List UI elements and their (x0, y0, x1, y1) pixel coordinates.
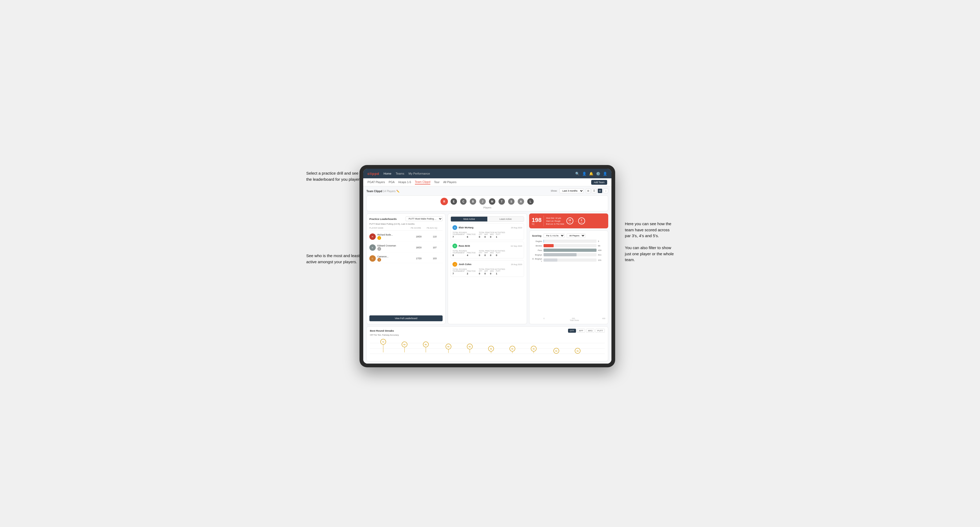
pac-app-josh: APP 0 (484, 270, 488, 275)
circle-val-2: 0 (581, 219, 582, 221)
list-view-icon[interactable]: ☰ (592, 189, 597, 193)
avatar-7[interactable]: S (508, 198, 515, 205)
bar-value-pars: 499 (598, 249, 605, 252)
shot-circles: 16 yds → 0 yds (566, 217, 585, 224)
lb-player-info-2: Edward Crossman 2 (377, 244, 396, 251)
avatar-1[interactable]: E (450, 198, 458, 205)
pac-app-blair: APP 0 (484, 233, 488, 238)
lb-avg-3: 103 (426, 257, 442, 260)
bar-fill-bogeys (544, 253, 577, 256)
circle-unit-2: yds (581, 221, 583, 223)
player-activity-rees: R Rees Britt 02 Sep 2023 Total Rounds (450, 242, 524, 259)
three-col-grid: Practice Leaderboards PUTT Must Make Put… (366, 213, 608, 324)
chart-view-icon[interactable]: ↕ (603, 189, 608, 193)
avatar-0[interactable]: R (441, 198, 448, 205)
avatar-4[interactable]: J (479, 198, 486, 205)
active-tabs: Most Active Least Active (450, 216, 524, 222)
nav-link-teams[interactable]: Teams (396, 172, 404, 175)
avatar-3[interactable]: B (469, 198, 477, 205)
shot-start-lie: Start Lie: Rough (546, 220, 564, 222)
streaks-tab-ott[interactable]: OTT (568, 329, 576, 333)
bar-row-dbogeys: D. Bogeys + 131 (532, 258, 605, 262)
subnav-pgat[interactable]: PGAT Players (368, 181, 385, 184)
lb-name-1: Richard Butle... (377, 233, 393, 236)
bell-icon[interactable]: 🔔 (589, 171, 593, 176)
lb-player-1: R Richard Butle... 1 (369, 233, 410, 240)
avatar-6[interactable]: T (498, 198, 506, 205)
avatar-5[interactable]: M (488, 198, 496, 205)
bar-track-pars (544, 249, 597, 252)
pac-header-blair: B Blair McHarg 26 Aug 2023 (452, 225, 522, 230)
bar-track-bogeys (544, 253, 597, 256)
avatar-9[interactable]: L (527, 198, 534, 205)
avatar-8[interactable]: A (517, 198, 525, 205)
avatar-2[interactable]: C (460, 198, 467, 205)
lb-badge-bronze: 3 (377, 258, 381, 262)
nav-link-myperformance[interactable]: My Performance (409, 172, 430, 175)
avatar-icon[interactable]: 👤 (603, 171, 607, 176)
pac-activities-rees: Total Practice Activities OTT 0 APP (479, 249, 505, 257)
most-active-tab[interactable]: Most Active (451, 217, 487, 221)
streaks-tab-putt[interactable]: PUTT (595, 329, 605, 333)
bar-fill-birdies (544, 244, 554, 247)
subnav-allplayers[interactable]: All Players (443, 181, 457, 184)
lb-row-3: C Cameron... 3 17/20 103 (369, 254, 442, 263)
subnav-teamclippd[interactable]: Team Clippd (415, 180, 430, 184)
least-active-tab[interactable]: Least Active (487, 217, 524, 221)
streaks-tab-app[interactable]: APP (577, 329, 585, 333)
settings-icon[interactable]: ⚙️ (596, 171, 600, 176)
tablet-screen: clippd Home Teams My Performance 🔍 👤 🔔 ⚙… (363, 169, 611, 364)
shot-end-lie: End Lie: In The Hole (546, 223, 564, 225)
circle-unit-1: yds (569, 221, 571, 223)
tablet-frame: clippd Home Teams My Performance 🔍 👤 🔔 ⚙… (360, 165, 615, 367)
pac-rounds-rees: Total Rounds Tournament 8 Practice (452, 249, 476, 257)
grid-view-icon[interactable]: ⊞ (586, 189, 591, 193)
axis-200: 200 (572, 317, 575, 319)
view-leaderboard-button[interactable]: View Full Leaderboard (369, 316, 442, 321)
shot-unit: SQ (532, 223, 542, 225)
subnav-hcaps[interactable]: Hcaps 1-5 (398, 181, 411, 184)
lb-player-2: E Edward Crossman 2 (369, 244, 410, 251)
pac-putt-blair: PUTT 1 (496, 233, 500, 238)
leaderboard-card-header: Practice Leaderboards PUTT Must Make Put… (369, 216, 442, 221)
page-wrapper: Select a practice drill and see the lead… (306, 149, 674, 378)
avatars-section: R E C B J M T S A L Players (366, 195, 608, 211)
team-header-right: Show: Last 3 months Last 6 months This y… (551, 189, 608, 193)
pac-header-rees: R Rees Britt 02 Sep 2023 (452, 243, 522, 248)
lb-row-2: E Edward Crossman 2 18/20 107 (369, 243, 442, 252)
drill-select[interactable]: PUTT Must Make Putting ... (406, 216, 442, 221)
shot-circle-start: 16 yds (566, 217, 573, 224)
add-team-button[interactable]: Add Team (591, 180, 607, 185)
svg-text:4x: 4x (511, 348, 514, 350)
players-label: Players (483, 206, 492, 209)
pac-name-rees: Rees Britt (458, 244, 470, 247)
lb-avatar-1: R (369, 233, 376, 240)
people-icon[interactable]: 👤 (582, 171, 586, 176)
pac-avatar-blair: B (452, 225, 457, 230)
streaks-title: Best Round Streaks (370, 329, 394, 332)
pac-ott-rees: OTT 0 (479, 252, 482, 257)
pac-tournament-rees: Tournament 8 (452, 252, 465, 257)
period-select[interactable]: Last 3 months Last 6 months This year (560, 189, 584, 193)
team-title: Team Clippd 14 Players ✏️ (366, 189, 399, 193)
pac-rounds-josh: Total Rounds Tournament 7 Practice (452, 268, 476, 275)
shot-stat-card: 198 SQ Shot Dist: 16 yds Start Lie: Roug… (529, 213, 608, 229)
most-active-card: Most Active Least Active B Blair McHarg … (448, 213, 527, 324)
card-view-icon[interactable]: ⊟ (598, 189, 602, 193)
subnav-tour[interactable]: Tour (434, 181, 439, 184)
scoring-filter-par[interactable]: Par 3, 4 & 5s (544, 233, 565, 238)
shot-number-group: 198 SQ (532, 217, 542, 225)
pac-rounds-blair: Total Rounds Tournament 7 Practice (452, 231, 476, 238)
subnav-pga[interactable]: PGA (389, 181, 395, 184)
bar-label-dbogeys: D. Bogeys + (532, 258, 542, 262)
bar-track-dbogeys (544, 259, 597, 262)
bar-row-pars: Pars 499 (532, 249, 605, 252)
scoring-filter-player[interactable]: All Players (567, 233, 585, 238)
nav-link-home[interactable]: Home (383, 172, 391, 175)
bar-value-bogeys: 311 (598, 254, 605, 256)
best-round-streaks-section: Best Round Streaks OTT APP ARG PUTT Off … (366, 326, 608, 362)
svg-text:5x: 5x (469, 346, 471, 348)
streaks-tab-arg[interactable]: ARG (586, 329, 594, 333)
nav-icons: 🔍 👤 🔔 ⚙️ 👤 (575, 171, 607, 176)
search-icon[interactable]: 🔍 (575, 171, 579, 176)
